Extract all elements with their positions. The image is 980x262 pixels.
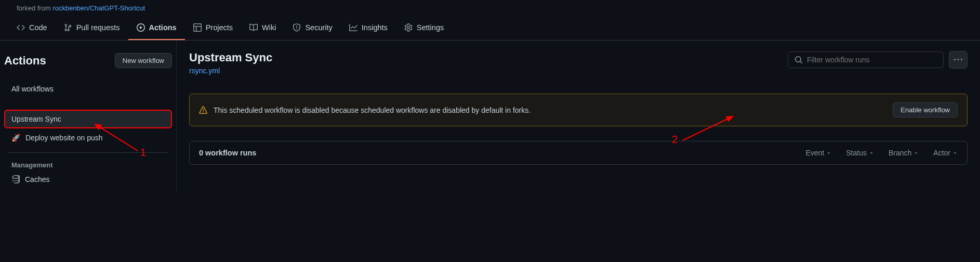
sidebar-deploy[interactable]: 🚀 Deploy website on push (4, 129, 172, 146)
kebab-button[interactable] (949, 51, 968, 69)
graph-icon (349, 23, 357, 32)
new-workflow-button[interactable]: New workflow (115, 53, 172, 68)
nav-actions[interactable]: Actions (128, 16, 185, 40)
runs-bar: 0 workflow runs Event Status Branch Acto… (189, 141, 968, 165)
forked-banner: forked from rockbenben/ChatGPT-Shortcut (0, 0, 980, 16)
nav-settings-label: Settings (417, 23, 444, 32)
workflow-file-link[interactable]: rsync.yml (189, 67, 272, 75)
chevron-down-icon (826, 150, 831, 155)
content: Upstream Sync rsync.yml This scheduled w… (177, 41, 980, 192)
play-icon (137, 23, 145, 32)
filter-branch-label: Branch (889, 149, 911, 157)
alert-box: This scheduled workflow is disabled beca… (189, 94, 968, 126)
table-icon (193, 23, 202, 32)
filter-status[interactable]: Status (846, 149, 874, 157)
filter-actor-label: Actor (933, 149, 950, 157)
search-icon (794, 56, 803, 64)
sidebar: Actions New workflow All workflows Upstr… (0, 41, 177, 192)
sidebar-title: Actions (4, 54, 46, 68)
kebab-icon (954, 56, 962, 64)
search-box[interactable] (788, 51, 944, 68)
sidebar-caches-label: Caches (25, 175, 49, 184)
sidebar-caches[interactable]: Caches (4, 171, 172, 188)
filter-event-label: Event (805, 149, 824, 157)
nav-insights[interactable]: Insights (341, 16, 396, 40)
rocket-icon: 🚀 (11, 134, 20, 142)
nav-pull-requests-label: Pull requests (76, 23, 120, 32)
sidebar-upstream-sync[interactable]: Upstream Sync (4, 110, 172, 128)
nav-settings[interactable]: Settings (396, 16, 452, 40)
alert-text: This scheduled workflow is disabled beca… (214, 106, 531, 114)
chevron-down-icon (952, 150, 958, 155)
nav-code[interactable]: Code (8, 16, 56, 40)
alert-icon (199, 106, 207, 114)
enable-workflow-button[interactable]: Enable workflow (893, 102, 958, 117)
nav-actions-label: Actions (149, 23, 177, 32)
workflow-title: Upstream Sync (189, 51, 272, 64)
sidebar-all-workflows[interactable]: All workflows (4, 80, 172, 98)
code-icon (17, 23, 25, 32)
forked-repo-link[interactable]: rockbenben/ChatGPT-Shortcut (52, 4, 145, 12)
filter-event[interactable]: Event (805, 149, 831, 157)
sidebar-management-heading: Management (4, 157, 172, 171)
nav-insights-label: Insights (362, 23, 388, 32)
nav-pull-requests[interactable]: Pull requests (56, 16, 128, 40)
forked-prefix: forked from (17, 4, 52, 12)
gear-icon (404, 23, 413, 32)
git-pull-request-icon (64, 23, 72, 32)
nav-projects-label: Projects (206, 23, 233, 32)
filter-actor[interactable]: Actor (933, 149, 958, 157)
chevron-down-icon (869, 150, 874, 155)
nav-wiki[interactable]: Wiki (241, 16, 284, 40)
shield-icon (293, 23, 301, 32)
filter-branch[interactable]: Branch (889, 149, 919, 157)
runs-count: 0 workflow runs (199, 149, 256, 157)
nav-code-label: Code (29, 23, 47, 32)
book-icon (249, 23, 258, 32)
database-icon (11, 175, 20, 184)
nav-security[interactable]: Security (284, 16, 340, 40)
repo-nav: Code Pull requests Actions Projects Wiki… (0, 16, 980, 41)
nav-projects[interactable]: Projects (185, 16, 241, 40)
search-input[interactable] (807, 56, 937, 64)
nav-security-label: Security (305, 23, 332, 32)
sidebar-deploy-label: Deploy website on push (25, 134, 103, 142)
filter-status-label: Status (846, 149, 867, 157)
sidebar-divider (8, 152, 168, 153)
nav-wiki-label: Wiki (262, 23, 276, 32)
chevron-down-icon (913, 150, 919, 155)
